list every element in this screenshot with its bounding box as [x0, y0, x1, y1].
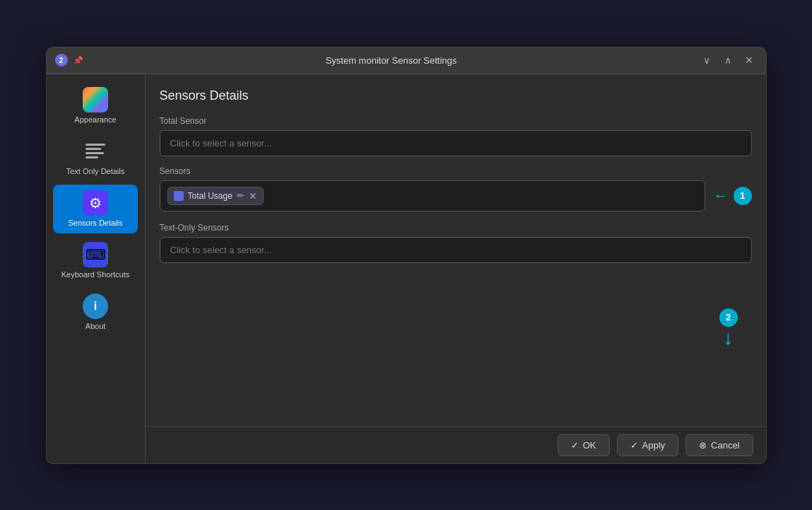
- minimize-button[interactable]: ∨: [698, 54, 715, 66]
- titlebar-left-icons: 2 📌: [55, 54, 85, 66]
- sidebar-item-appearance[interactable]: Appearance: [53, 81, 138, 130]
- text-only-sensors-input[interactable]: [160, 237, 752, 263]
- total-sensor-input[interactable]: [160, 130, 752, 156]
- sidebar-item-keyboard-shortcuts[interactable]: ⌨ Keyboard Shortcuts: [53, 236, 138, 285]
- annotation-1-badge: 1: [734, 187, 752, 205]
- ok-icon: ✓: [571, 440, 579, 451]
- annotation-1-arrow: ←: [714, 187, 728, 204]
- sidebar-item-text-only-details[interactable]: Text Only Details: [53, 133, 138, 182]
- cancel-button[interactable]: ⊗ Cancel: [686, 434, 753, 456]
- total-sensor-label: Total Sensor: [160, 116, 752, 126]
- window-content: Appearance Text Only Details ⚙ Sensors D…: [47, 74, 766, 463]
- sidebar: Appearance Text Only Details ⚙ Sensors D…: [47, 74, 146, 463]
- sidebar-item-about-label: About: [86, 322, 106, 331]
- settings-window: 2 📌 System monitor Sensor Settings ∨ ∧ ✕…: [46, 47, 767, 464]
- sensors-box[interactable]: Total Usage ✏ ✕: [160, 180, 705, 211]
- annotation-2-badge: 2: [719, 308, 738, 327]
- bottom-bar: ✓ OK ✓ Apply ⊗ Cancel: [146, 427, 766, 463]
- sidebar-item-appearance-label: Appearance: [74, 115, 116, 124]
- sensor-tag-color: [174, 191, 184, 201]
- text-only-sensors-label: Text-Only Sensors: [160, 223, 752, 233]
- pin-icon[interactable]: 📌: [72, 54, 85, 66]
- annotation-1: ← 1: [714, 187, 752, 205]
- sensor-tag-name: Total Usage: [188, 191, 233, 201]
- sidebar-item-keyboard-label: Keyboard Shortcuts: [61, 270, 130, 279]
- sensor-tag-edit-button[interactable]: ✏: [237, 190, 245, 201]
- sidebar-item-sensors-details[interactable]: ⚙ Sensors Details: [53, 185, 138, 233]
- keyboard-icon: ⌨: [83, 242, 108, 267]
- main-content: Sensors Details Total Sensor Sensors Tot…: [146, 74, 766, 427]
- text-only-icon: [83, 139, 108, 164]
- sidebar-item-text-only-label: Text Only Details: [66, 167, 125, 176]
- annotation-2-arrow: ↓: [724, 328, 734, 348]
- ok-label: OK: [583, 440, 596, 451]
- sidebar-item-sensors-label: Sensors Details: [68, 219, 122, 228]
- titlebar-controls: ∨ ∧ ✕: [698, 54, 758, 66]
- sensors-icon: ⚙: [83, 190, 108, 216]
- sensor-tag-total-usage: Total Usage ✏ ✕: [167, 187, 264, 205]
- sidebar-item-about[interactable]: i About: [53, 288, 138, 337]
- sensor-tag-remove-button[interactable]: ✕: [249, 190, 257, 202]
- page-title: Sensors Details: [160, 88, 752, 103]
- annotation-2: 2 ↓: [719, 308, 738, 348]
- apply-label: Apply: [642, 440, 666, 451]
- app-icon: 2: [55, 54, 68, 66]
- titlebar: 2 📌 System monitor Sensor Settings ∨ ∧ ✕: [47, 47, 766, 74]
- apply-icon: ✓: [630, 440, 638, 451]
- apply-button[interactable]: ✓ Apply: [617, 434, 679, 456]
- window-title: System monitor Sensor Settings: [85, 55, 698, 66]
- sensors-row: Total Usage ✏ ✕ ← 1: [160, 180, 752, 211]
- main-panel: Sensors Details Total Sensor Sensors Tot…: [146, 74, 766, 463]
- maximize-button[interactable]: ∧: [719, 54, 736, 66]
- annotation-2-area: 2 ↓: [160, 263, 752, 348]
- about-icon: i: [83, 294, 108, 319]
- ok-button[interactable]: ✓ OK: [558, 434, 610, 456]
- cancel-label: Cancel: [711, 440, 739, 451]
- sensors-section-label: Sensors: [160, 166, 752, 176]
- appearance-icon: [83, 87, 108, 112]
- close-button[interactable]: ✕: [741, 54, 758, 66]
- cancel-icon: ⊗: [699, 440, 707, 451]
